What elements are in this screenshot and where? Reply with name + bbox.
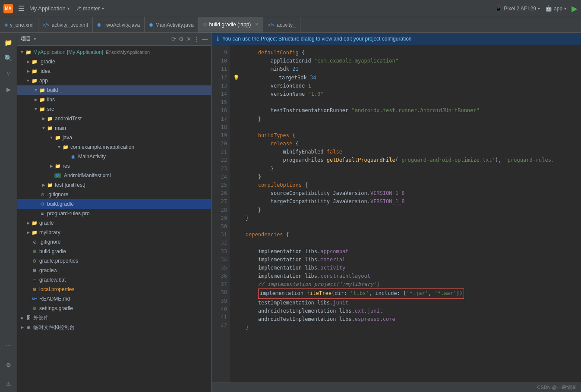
tree-item-main[interactable]: ▼ 📁 main (17, 123, 211, 133)
info-banner: ℹ You can use the Project Structure dial… (212, 33, 581, 45)
tree-item-readme[interactable]: M+ README.md (17, 294, 211, 304)
tree-item-idea[interactable]: ▶ 📁 .idea (17, 66, 211, 76)
sidebar-search-icon[interactable]: 🔍 (2, 52, 15, 65)
code-line: versionName "1.0" (233, 90, 581, 98)
file-tree-sync-icon[interactable]: ⟳ (171, 36, 176, 42)
tree-item-label: 外部库 (33, 314, 49, 322)
sidebar-run-icon[interactable]: ▶ (2, 83, 15, 96)
device-selector[interactable]: 📱 Pixel 2 API 29 ▾ (495, 5, 540, 12)
device-label: Pixel 2 API 29 (504, 6, 536, 12)
sidebar-warning-icon[interactable]: ⚠ (2, 377, 15, 390)
tree-item-gitignore-root[interactable]: ⊘ .gitignore (17, 237, 211, 247)
tree-item-mylibrary[interactable]: ▶ 📁 mylibrary (17, 228, 211, 237)
tree-item-mainactivity[interactable]: ◉ MainActivity (17, 152, 211, 161)
folder-icon: 📁 (39, 107, 46, 112)
gradlew-icon: ⚙ (31, 268, 38, 273)
tree-item-settings-gradle[interactable]: ⚙ settings.gradle (17, 304, 211, 313)
tree-item-gradlew-bat[interactable]: ≡ gradlew.bat (17, 275, 211, 285)
file-tree-dropdown-icon[interactable]: ▾ (34, 36, 36, 42)
file-tree-menu-icon[interactable]: ⋮ (194, 36, 199, 42)
code-line (233, 239, 581, 247)
tab-icon: ◉ (149, 22, 153, 28)
tree-arrow: ▼ (56, 145, 62, 149)
branch-icon: ⎇ (75, 5, 81, 12)
tab-main-activity[interactable]: ◉ MainActivity.java (145, 17, 198, 33)
tree-item-app[interactable]: ▼ 📁 app (17, 76, 211, 85)
code-line: testImplementation libs.junit (233, 299, 581, 307)
code-line: testInstrumentationRunner "androidx.test… (233, 107, 581, 115)
tree-item-gradle-dir[interactable]: ▶ 📁 .gradle (17, 57, 211, 66)
folder-icon: 📁 (47, 182, 54, 188)
app-target-selector[interactable]: 🤖 app ▾ (545, 5, 566, 12)
tree-item-src[interactable]: ▼ 📁 src (17, 104, 211, 114)
file-tree-collapse-icon[interactable]: — (202, 36, 208, 42)
code-editor[interactable]: 910111213 1415161718 1920212223 24252627… (212, 45, 581, 383)
tree-item-gradle-folder[interactable]: ▶ 📁 gradle (17, 218, 211, 228)
hamburger-icon[interactable]: ☰ (18, 4, 24, 13)
tree-item-external-libs[interactable]: ▶ 🗄 外部库 (17, 313, 211, 323)
tree-item-res[interactable]: ▶ 📁 res (17, 161, 211, 171)
code-line: dependencies { (233, 231, 581, 239)
folder-icon: 📁 (62, 144, 69, 150)
tree-item-gitignore-app[interactable]: ⊘ .gitignore (17, 190, 211, 199)
bottom-bar: CSDN @一碗情深 (212, 383, 581, 392)
code-line: proguardFiles getDefaultProguardFile('pr… (233, 156, 581, 164)
code-content[interactable]: defaultConfig { applicationId "com.examp… (230, 45, 581, 383)
side-icon-bar: 📁 🔍 ⑂ ▶ ··· ⚙ ⚠ (0, 33, 17, 392)
tree-item-buildgradle[interactable]: ⚙ build.gradle (17, 199, 211, 209)
tree-item-java[interactable]: ▼ 📁 java (17, 133, 211, 142)
file-tree-close-icon[interactable]: ✕ (186, 36, 191, 42)
tab-label: activity_two.xml (52, 22, 88, 28)
run-button[interactable]: ▶ (572, 4, 578, 13)
sidebar-more-icon[interactable]: ··· (2, 339, 15, 352)
tab-bar: ◈ y_one.xml </> activity_two.xml ◉ TwoAc… (0, 17, 581, 33)
code-line: androidTestImplementation libs.ext.junit (233, 307, 581, 315)
tree-item-local-properties[interactable]: ⚙ local.properties (17, 285, 211, 294)
tree-item-gradlew[interactable]: ⚙ gradlew (17, 266, 211, 275)
tab-two-activity[interactable]: ◉ TwoActivity.java (93, 17, 145, 33)
tree-item-androidtest[interactable]: ▶ 📁 androidTest (17, 114, 211, 123)
tree-arrow: ▶ (33, 97, 39, 102)
tree-item-buildgradle-root[interactable]: ⚙ build.gradle (17, 247, 211, 256)
tree-item-label: res (63, 163, 70, 169)
tree-item-libs[interactable]: ▶ 📁 libs (17, 95, 211, 104)
tree-item-manifest[interactable]: M AndroidManifest.xml (17, 171, 211, 180)
app-name[interactable]: My Application ▾ (29, 5, 69, 12)
tab-close-icon[interactable]: ✕ (255, 22, 259, 27)
tree-item-label: .idea (39, 68, 51, 74)
folder-icon: 📁 (39, 88, 46, 93)
tree-arrow: ▼ (33, 88, 39, 92)
code-line: 💡 targetSdk 34 (233, 74, 581, 82)
tree-item-package[interactable]: ▼ 📁 com.example.myapplication (17, 142, 211, 152)
bulb-icon[interactable]: 💡 (233, 74, 240, 82)
folder-icon: 🗄 (25, 315, 32, 320)
tab-build-gradle[interactable]: ⚙ build.gradle (:app) ✕ (199, 17, 264, 33)
file-tree-panel: 项目 ▾ ⟳ ⚙ ✕ ⋮ — ▼ 📁 MyApplication [My App… (17, 33, 212, 392)
tab-activity-one[interactable]: ◈ y_one.xml (0, 17, 38, 33)
tree-item-label: .gradle (39, 59, 55, 65)
tree-item-test[interactable]: ▶ 📁 test [unitTest] (17, 180, 211, 190)
code-line: applicationId "com.example.myapplication… (233, 57, 581, 65)
file-tree-gear-icon[interactable]: ⚙ (179, 36, 184, 42)
code-line: implementation libs.material (233, 256, 581, 264)
code-line: minSdk 21 (233, 65, 581, 73)
tree-item-build[interactable]: ▼ 📁 build (17, 85, 211, 95)
sidebar-vcs-icon[interactable]: ⑂ (2, 67, 15, 80)
code-line: implementation libs.activity (233, 264, 581, 272)
tree-item-label: gradle.properties (39, 258, 78, 264)
tree-item-proguard[interactable]: ≡ proguard-rules.pro (17, 209, 211, 218)
sidebar-folder-icon[interactable]: 📁 (2, 36, 15, 49)
tab-activity-two[interactable]: </> activity_two.xml (38, 17, 93, 33)
md-icon: M+ (31, 297, 38, 301)
tab-activity-right[interactable]: </> activity_ (263, 17, 300, 33)
top-bar: MA ☰ My Application ▾ ⎇ master ▾ 📱 Pixel… (0, 0, 581, 17)
tree-item-scratch[interactable]: ▶ ≡ 临时文件和控制台 (17, 323, 211, 332)
code-line: buildTypes { (233, 132, 581, 140)
branch-selector[interactable]: ⎇ master ▾ (75, 5, 104, 12)
code-line: release { (233, 140, 581, 148)
tree-item-root[interactable]: ▼ 📁 MyApplication [My Application] E:\sd… (17, 47, 211, 57)
tab-icon: ◈ (4, 22, 8, 28)
sidebar-bottom-icon[interactable]: ⚙ (2, 358, 15, 371)
code-line: defaultConfig { (233, 49, 581, 57)
tree-item-gradle-properties[interactable]: ⚙ gradle.properties (17, 256, 211, 266)
